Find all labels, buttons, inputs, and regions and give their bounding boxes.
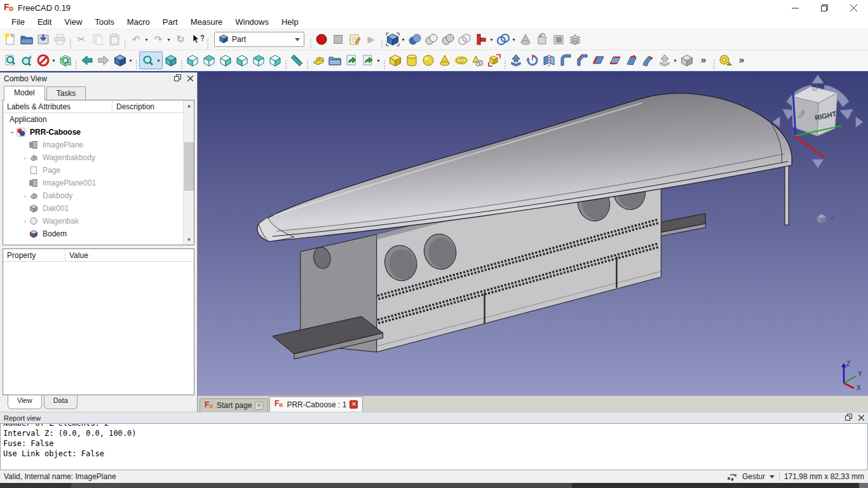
view-left-icon[interactable] xyxy=(267,51,283,69)
chevron-down-icon[interactable] xyxy=(770,475,775,478)
chevron-down-icon[interactable] xyxy=(830,217,835,220)
primitive-torus-icon[interactable] xyxy=(453,51,470,69)
clipping-plane-icon[interactable]: ▾ xyxy=(35,51,57,69)
chevron-down-icon[interactable]: ▾ xyxy=(376,58,381,64)
scroll-up-icon[interactable]: ▲ xyxy=(184,100,194,111)
workbench-selector[interactable]: Part xyxy=(214,32,304,47)
part-union-icon[interactable] xyxy=(440,30,456,48)
float-panel-icon[interactable] xyxy=(174,74,181,83)
open-file-icon[interactable] xyxy=(18,30,35,48)
create-part-icon[interactable] xyxy=(310,51,327,69)
refresh-icon[interactable]: ↻ xyxy=(172,30,189,48)
nav-cube-menu[interactable] xyxy=(815,212,835,225)
toolbar-overflow-2-icon[interactable]: » xyxy=(733,51,750,69)
part-cone-tool-icon[interactable] xyxy=(517,30,534,48)
expander-open-icon[interactable]: › xyxy=(9,128,16,137)
make-link-icon[interactable] xyxy=(343,51,360,69)
tab-tasks[interactable]: Tasks xyxy=(46,86,86,100)
maximize-button-icon[interactable] xyxy=(810,0,839,15)
primitive-box-icon[interactable] xyxy=(387,51,403,69)
menu-item-tools[interactable]: Tools xyxy=(88,16,120,28)
view-top-icon[interactable] xyxy=(201,51,217,69)
chevron-down-icon[interactable]: ▾ xyxy=(128,58,133,64)
toolbar-overflow-icon[interactable]: » xyxy=(695,51,712,69)
fit-all-icon[interactable] xyxy=(2,51,18,69)
box-element-selection-icon[interactable] xyxy=(57,51,74,69)
view-bottom-icon[interactable] xyxy=(250,51,267,69)
view-rear-icon[interactable] xyxy=(234,51,250,69)
chevron-down-icon[interactable]: ▾ xyxy=(51,58,57,64)
tree-item[interactable]: ›PRR-Caboose xyxy=(3,126,194,139)
report-view-log[interactable]: Number of Z elements: 2Interval Z: (0.0,… xyxy=(0,423,868,470)
save-icon[interactable] xyxy=(35,30,51,48)
close-panel-icon[interactable] xyxy=(858,414,864,422)
view-axonometric-icon[interactable] xyxy=(163,51,179,69)
nav-style-selector[interactable]: Gestur xyxy=(742,472,765,481)
part-extrude-profile-icon[interactable]: ▾ xyxy=(473,30,495,48)
tree-item[interactable]: Application xyxy=(3,113,194,126)
primitive-cone-icon[interactable] xyxy=(437,51,453,69)
menu-item-part[interactable]: Part xyxy=(156,16,184,28)
part-join-icon[interactable]: ▾ xyxy=(495,30,517,48)
tree-item[interactable]: Page xyxy=(3,164,194,177)
part-chamfer-icon[interactable] xyxy=(574,51,590,69)
part-ruled-surface-icon[interactable] xyxy=(607,51,623,69)
copy-icon[interactable] xyxy=(90,30,106,48)
mini-cube-icon[interactable] xyxy=(815,212,829,225)
part-compound-icon[interactable]: ▾ xyxy=(384,30,407,48)
part-extrude-icon[interactable] xyxy=(508,51,524,69)
menu-item-windows[interactable]: Windows xyxy=(229,16,275,28)
paste-icon[interactable] xyxy=(106,30,123,48)
scroll-thumb[interactable] xyxy=(184,142,194,191)
float-panel-icon[interactable] xyxy=(845,414,852,422)
macro-play-icon[interactable]: ▶ xyxy=(363,30,379,48)
nav-forward-icon[interactable] xyxy=(95,51,112,69)
make-link-group-icon[interactable]: ▾ xyxy=(360,51,382,69)
chevron-down-icon[interactable]: ▾ xyxy=(489,37,494,43)
macro-edit-icon[interactable] xyxy=(346,30,363,48)
part-thickness-icon[interactable] xyxy=(679,51,695,69)
part-revolve-gray-icon[interactable]: ↶ xyxy=(534,30,550,48)
gesture-nav-icon[interactable] xyxy=(726,471,738,483)
primitive-sphere-icon[interactable] xyxy=(420,51,437,69)
whats-this-icon[interactable]: ? xyxy=(189,30,205,48)
menu-item-help[interactable]: Help xyxy=(275,16,305,28)
expander-closed-icon[interactable]: › xyxy=(21,193,29,200)
part-boolean-icon[interactable] xyxy=(407,30,423,48)
nav-back-icon[interactable] xyxy=(79,51,95,69)
nav-down-arrow-icon[interactable] xyxy=(812,159,824,168)
part-sweep-icon[interactable] xyxy=(640,51,656,69)
print-icon[interactable] xyxy=(51,30,68,48)
navigation-cube[interactable]: RIGHT TOP xyxy=(770,74,865,169)
primitives-dialog-icon[interactable] xyxy=(486,51,503,69)
model-end-post[interactable] xyxy=(785,160,789,225)
measure-linear-icon[interactable] xyxy=(717,51,733,69)
expander-closed-icon[interactable]: › xyxy=(21,154,29,161)
draw-style-icon[interactable]: ▾ xyxy=(139,51,163,69)
undo-icon[interactable]: ↶▾ xyxy=(128,30,150,48)
tab-data[interactable]: Data xyxy=(44,395,78,409)
tab-model[interactable]: Model xyxy=(4,86,45,100)
chevron-down-icon[interactable]: ▾ xyxy=(672,58,678,64)
menu-item-edit[interactable]: Edit xyxy=(31,16,58,28)
chevron-down-icon[interactable]: ▾ xyxy=(166,37,172,43)
scroll-down-icon[interactable]: ▼ xyxy=(184,234,194,245)
tree-item[interactable]: ImagePlane001 xyxy=(3,177,194,189)
tree-item[interactable]: Bodem xyxy=(3,227,194,240)
part-mirror-icon[interactable] xyxy=(541,51,557,69)
new-file-icon[interactable] xyxy=(2,30,18,48)
measure-distance-icon[interactable] xyxy=(288,51,305,69)
menu-item-measure[interactable]: Measure xyxy=(184,16,229,28)
tree-item[interactable]: ImagePlane xyxy=(3,139,194,151)
document-tab[interactable]: FStart page✕ xyxy=(200,398,268,412)
minimize-button-icon[interactable] xyxy=(780,0,810,15)
view-front-icon[interactable] xyxy=(184,51,201,69)
part-common-icon[interactable] xyxy=(456,30,473,48)
tree-item[interactable]: ›Dakbody xyxy=(3,189,194,202)
nav-up-arrow-icon[interactable] xyxy=(812,75,824,83)
nav-right-arrow-icon[interactable] xyxy=(856,117,863,127)
part-cross-sections-icon[interactable] xyxy=(567,30,583,48)
create-group-icon[interactable] xyxy=(327,51,343,69)
macro-stop-icon[interactable] xyxy=(330,30,346,48)
expander-closed-icon[interactable]: › xyxy=(21,218,29,225)
